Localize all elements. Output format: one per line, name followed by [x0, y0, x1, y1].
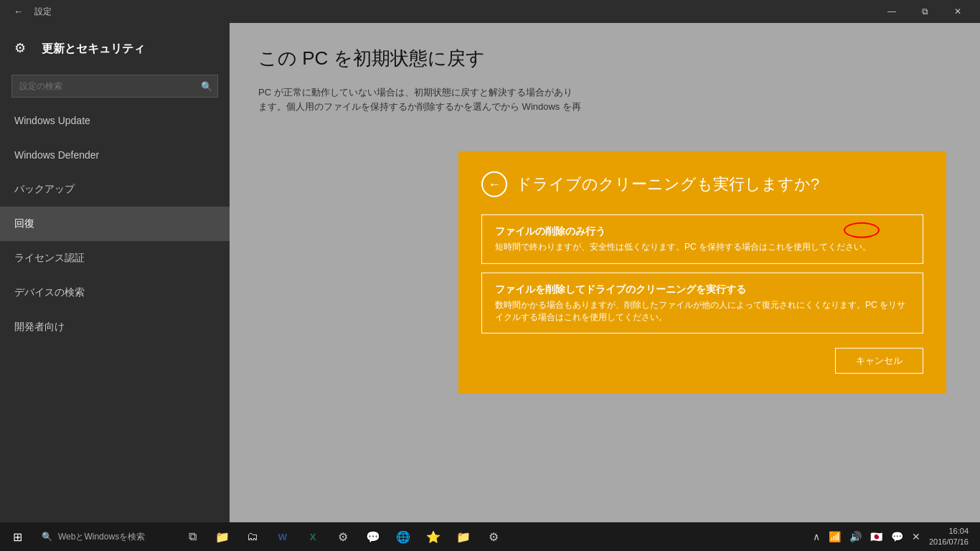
- titlebar-left: ← 設定: [9, 1, 52, 22]
- taskbar-search-label: WebとWindowsを検索: [58, 531, 145, 543]
- sidebar-header-title: 更新とセキュリティ: [42, 42, 145, 57]
- search-icon[interactable]: 🔍: [201, 81, 212, 92]
- titlebar-controls: — ⧉ ✕: [875, 0, 974, 23]
- clock-time: 16:04: [929, 526, 969, 537]
- sidebar-item-find-device[interactable]: デバイスの検索: [0, 276, 230, 310]
- excel-icon[interactable]: X: [298, 522, 327, 551]
- dialog-back-icon[interactable]: ←: [481, 171, 507, 197]
- search-input[interactable]: [11, 75, 218, 98]
- sidebar-item-label: デバイスの検索: [14, 286, 85, 299]
- language-icon[interactable]: 🇯🇵: [867, 528, 885, 545]
- dialog-title: ドライブのクリーニングも実行しますか?: [516, 174, 819, 195]
- sidebar-item-recovery[interactable]: 回復: [0, 207, 230, 241]
- dialog-header: ← ドライブのクリーニングも実行しますか?: [481, 171, 923, 197]
- dialog-option-clean-drive[interactable]: ファイルを削除してドライブのクリーニングを実行する 数時間かかる場合もありますが…: [481, 273, 923, 334]
- dialog-option2-title: ファイルを削除してドライブのクリーニングを実行する: [495, 283, 910, 296]
- taskbar-search[interactable]: 🔍 WebとWindowsを検索: [33, 522, 176, 551]
- settings-icon: ⚙: [14, 40, 32, 57]
- clock-date: 2016/07/16: [929, 537, 969, 547]
- sidebar-nav: Windows Update Windows Defender バックアップ 回…: [0, 103, 230, 344]
- sys-tray-icons: ∧ 📶 🔊 🇯🇵 💬 ✕: [810, 528, 923, 545]
- sidebar-item-developer[interactable]: 開発者向け: [0, 310, 230, 344]
- titlebar-nav: ←: [9, 1, 29, 22]
- folder2-icon[interactable]: 📁: [449, 522, 478, 551]
- titlebar-title: 設定: [34, 6, 52, 18]
- dialog-option2-desc: 数時間かかる場合もありますが、削除したファイルが他の人によって復元されにくくなり…: [495, 299, 910, 324]
- minimize-button[interactable]: —: [875, 0, 908, 23]
- sidebar-item-label: バックアップ: [14, 183, 75, 196]
- gear-icon[interactable]: ⚙: [479, 522, 508, 551]
- titlebar: ← 設定 — ⧉ ✕: [0, 0, 980, 23]
- sidebar-item-backup[interactable]: バックアップ: [0, 172, 230, 207]
- word-icon[interactable]: W: [268, 522, 297, 551]
- dialog-option1-desc: 短時間で終わりますが、安全性は低くなります。PC を保持する場合はこれを使用して…: [495, 241, 910, 253]
- taskbar-left: ⊞ 🔍 WebとWindowsを検索 ⧉ 📁 🗂 W X ⚙ 💬 🌐 ⭐ 📁 ⚙: [3, 522, 508, 551]
- chevron-up-icon[interactable]: ∧: [810, 528, 823, 545]
- sidebar-item-license[interactable]: ライセンス認証: [0, 241, 230, 276]
- search-box: 🔍: [11, 75, 218, 98]
- dialog: ← ドライブのクリーニングも実行しますか? ファイルの削除のみ行う 短時間で終わ…: [458, 151, 946, 394]
- start-button[interactable]: ⊞: [3, 522, 32, 551]
- dialog-footer: キャンセル: [481, 348, 923, 374]
- search-icon: 🔍: [42, 532, 52, 542]
- settings-taskbar-icon[interactable]: ⚙: [329, 522, 357, 551]
- task-view-button[interactable]: ⧉: [178, 522, 207, 551]
- restore-button[interactable]: ⧉: [908, 0, 941, 23]
- notification-icon[interactable]: 💬: [888, 528, 906, 545]
- sidebar-item-label: Windows Defender: [14, 149, 99, 161]
- chat-icon[interactable]: 💬: [359, 522, 387, 551]
- app-container: ⚙ 更新とセキュリティ 🔍 Windows Update Windows Def…: [0, 23, 980, 522]
- file-explorer-icon[interactable]: 📁: [208, 522, 237, 551]
- star-icon[interactable]: ⭐: [419, 522, 448, 551]
- cancel-button[interactable]: キャンセル: [835, 348, 923, 374]
- close-button[interactable]: ✕: [941, 0, 974, 23]
- network-icon[interactable]: 📶: [826, 528, 844, 545]
- back-button[interactable]: ←: [9, 1, 29, 22]
- red-circle-annotation: [844, 222, 880, 238]
- sidebar-item-label: 回復: [14, 217, 34, 230]
- sidebar-item-windows-update[interactable]: Windows Update: [0, 103, 230, 138]
- main-content: この PC を初期状態に戻す PC が正常に動作していない場合は、初期状態に戻す…: [230, 23, 980, 522]
- ie-icon[interactable]: 🌐: [389, 522, 418, 551]
- sidebar-item-label: Windows Update: [14, 115, 90, 126]
- sidebar-item-label: 開発者向け: [14, 321, 65, 334]
- taskbar-clock[interactable]: 16:04 2016/07/16: [926, 526, 971, 548]
- taskbar-right: ∧ 📶 🔊 🇯🇵 💬 ✕ 16:04 2016/07/16: [810, 526, 977, 548]
- sidebar-header: ⚙ 更新とセキュリティ: [0, 23, 230, 75]
- sidebar: ⚙ 更新とセキュリティ 🔍 Windows Update Windows Def…: [0, 23, 230, 522]
- sidebar-item-label: ライセンス認証: [14, 252, 85, 265]
- volume-icon[interactable]: 🔊: [847, 528, 864, 545]
- close-notification-icon[interactable]: ✕: [909, 528, 923, 545]
- folder-icon[interactable]: 🗂: [238, 522, 267, 551]
- dialog-option-files-only[interactable]: ファイルの削除のみ行う 短時間で終わりますが、安全性は低くなります。PC を保持…: [481, 215, 923, 264]
- sidebar-item-windows-defender[interactable]: Windows Defender: [0, 138, 230, 172]
- taskbar: ⊞ 🔍 WebとWindowsを検索 ⧉ 📁 🗂 W X ⚙ 💬 🌐 ⭐ 📁 ⚙…: [0, 522, 980, 551]
